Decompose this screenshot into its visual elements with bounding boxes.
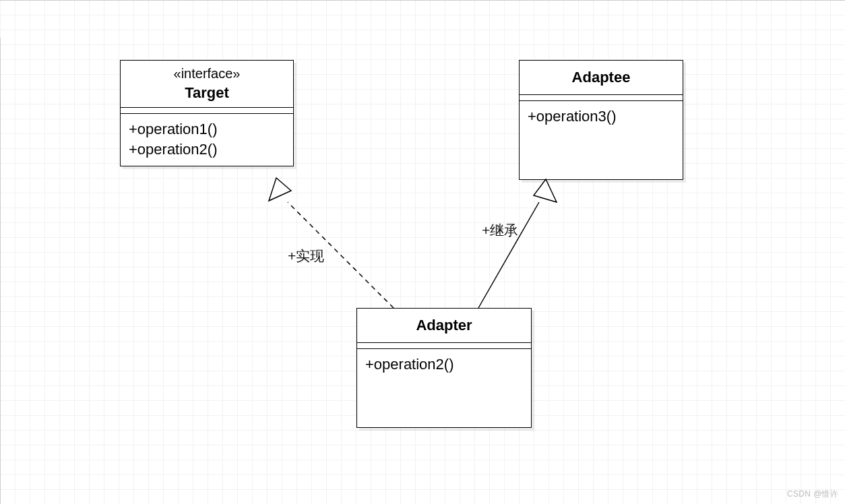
target-op1: +operation1() [129, 119, 285, 140]
target-name: Target [126, 83, 288, 103]
target-stereotype: «interface» [126, 65, 288, 83]
left-rule [0, 38, 1, 504]
adapter-attr-sep [357, 343, 531, 349]
inherit-edge-label: +继承 [482, 221, 518, 240]
realize-edge-label: +实现 [288, 247, 324, 265]
target-op2: +operation2() [129, 139, 285, 160]
adapter-op1: +operation2() [365, 354, 523, 375]
adaptee-op1: +operation3() [528, 106, 675, 127]
top-rule [0, 0, 845, 1]
class-adapter: Adapter +operation2() [356, 308, 532, 428]
target-operations: +operation1() +operation2() [121, 114, 293, 166]
adaptee-name: Adaptee [525, 67, 677, 88]
watermark: CSDN @惜许 [787, 489, 838, 500]
target-attr-sep [121, 108, 293, 114]
class-target-title: «interface» Target [121, 61, 293, 108]
class-adaptee-title: Adaptee [520, 61, 683, 95]
class-adapter-title: Adapter [357, 309, 531, 343]
adaptee-operations: +operation3() [520, 101, 683, 133]
adapter-name: Adapter [363, 315, 526, 336]
adapter-operations: +operation2() [357, 349, 531, 381]
class-adaptee: Adaptee +operation3() [519, 60, 683, 180]
class-target: «interface» Target +operation1() +operat… [120, 60, 294, 166]
adaptee-attr-sep [520, 95, 683, 101]
